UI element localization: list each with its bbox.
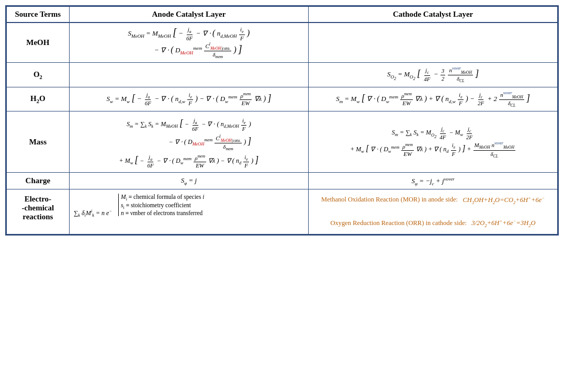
formula-h2o-cathode: Sm = Mw [ ∇ ⋅ ( Dwmem ρmemEW ∇λ ) + ∇ ( … xyxy=(309,87,558,111)
label-meoh: MeOH xyxy=(7,23,70,63)
header-cathode: Cathode Catalyst Layer xyxy=(309,7,558,23)
formula-h2o-anode: Sw = Mw [ − ja6F − ∇ ⋅ ( nd,w ieF ) − ∇ … xyxy=(69,87,308,111)
header-anode: Anode Catalyst Layer xyxy=(69,7,308,23)
table-row-charge: Charge Sφ = j Sφ = −jc + jvover xyxy=(7,173,558,189)
label-mass: Mass xyxy=(7,111,70,173)
label-charge: Charge xyxy=(7,173,70,189)
formula-meoh-cathode xyxy=(309,23,558,63)
formula-o2-anode xyxy=(69,63,308,87)
table-row-o2: O2 SO2 = MO2 [ jc4F − 32 nvoverMeOHδCL ] xyxy=(7,63,558,87)
formula-charge-cathode: Sφ = −jc + jvover xyxy=(309,173,558,189)
formula-o2-cathode: SO2 = MO2 [ jc4F − 32 nvoverMeOHδCL ] xyxy=(309,63,558,87)
formula-mass-cathode: Sm = ∑k Sk = MO2 jc4F − Mw jc2F + Mw [ ∇… xyxy=(309,111,558,173)
formula-meoh-anode: SMeOH = MMeOH [ − ja6F − ∇ ⋅ ( nd,MeOH i… xyxy=(69,23,308,63)
label-electro: Electro--chemicalreactions xyxy=(7,189,70,234)
header-source: Source Terms xyxy=(7,7,70,23)
formula-electro-anode: ∑k δiMik = n e− Mi ≡ chemical formula of… xyxy=(69,189,308,234)
label-h2o: H2O xyxy=(7,87,70,111)
formula-electro-cathode: Methanol Oxidation Reaction (MOR) in ano… xyxy=(309,189,558,234)
table-row-electro: Electro--chemicalreactions ∑k δiMik = n … xyxy=(7,189,558,234)
table-row-meoh: MeOH SMeOH = MMeOH [ − ja6F − ∇ ⋅ ( nd,M… xyxy=(7,23,558,63)
label-o2: O2 xyxy=(7,63,70,87)
formula-mass-anode: Sm = ∑k Sk = MMeOH [ − ja6F − ∇ ⋅ ( nd,M… xyxy=(69,111,308,173)
formula-charge-anode: Sφ = j xyxy=(69,173,308,189)
main-table-wrapper: Source Terms Anode Catalyst Layer Cathod… xyxy=(5,5,559,236)
table-row-mass: Mass Sm = ∑k Sk = MMeOH [ − ja6F − ∇ ⋅ (… xyxy=(7,111,558,173)
table-row-h2o: H2O Sw = Mw [ − ja6F − ∇ ⋅ ( nd,w ieF ) … xyxy=(7,87,558,111)
